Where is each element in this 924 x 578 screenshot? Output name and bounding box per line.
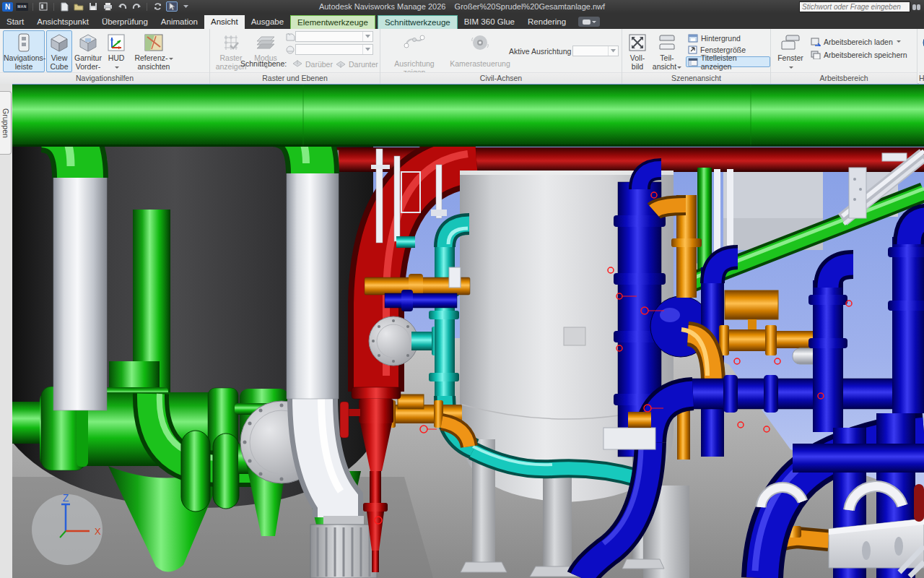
arbeitsbereich-speichern-button[interactable]: Arbeitsbereich speichern (808, 49, 910, 60)
chevron-down-icon (362, 45, 372, 54)
tab-animation[interactable]: Animation (154, 15, 204, 29)
app-manage-badge: MAN (16, 3, 28, 11)
search-input[interactable] (799, 1, 910, 12)
divider (147, 3, 147, 11)
hilfe-icon (921, 32, 924, 53)
referenzansichten-button[interactable]: Referenz-ansichten (131, 30, 176, 72)
schnittebene-label: Schnittebene: (240, 59, 287, 68)
fenster-icon (776, 32, 805, 53)
title-bar: N MAN Autodesk Navisworks Manage 2026 Gr… (0, 0, 924, 13)
fenstergroesse-icon (688, 46, 697, 54)
open-file-icon[interactable] (73, 1, 84, 12)
panel-civil-achsen: Ausrichtung zeigen Kamerasteuerung Aktiv… (380, 29, 622, 84)
hud-button[interactable]: HUD (104, 30, 128, 72)
panel-raster-ebenen: Rasteranzeigen Modus Schnittebene: Darüb… (210, 29, 380, 84)
scene-view-3d[interactable]: Z X (12, 84, 924, 578)
kamerasteuerung-button[interactable]: Kamerasteuerung (448, 30, 512, 72)
darueber-icon (293, 60, 302, 68)
tab-elementwerkzeuge[interactable]: Elementwerkzeuge (290, 15, 375, 29)
garnitur-button[interactable]: GarniturVorder- (74, 30, 103, 72)
hud-icon (105, 32, 128, 53)
titelleisten-anzeigen-button[interactable]: Titelleisten anzeigen (686, 56, 770, 67)
panel-title-civil-achsen[interactable]: Civil-Achsen (380, 72, 622, 84)
panel-szenenansicht: Voll-bild Teil-ansicht Hintergrund Fenst… (622, 29, 771, 84)
ausrichtung-zeigen-button[interactable]: Ausrichtung zeigen (383, 30, 446, 72)
tank-plate (564, 327, 585, 345)
tab-ansicht[interactable]: Ansicht (204, 15, 245, 29)
panel-title-raster-ebenen[interactable]: Raster und Ebenen (210, 72, 380, 84)
orange-valve-box (725, 290, 778, 319)
navigationsleiste-button[interactable]: Navigations-leiste (3, 30, 45, 72)
arbeitsbereich-speichern-icon (811, 51, 821, 59)
flange-disc (369, 316, 418, 366)
ebene-unten-combobox[interactable] (295, 44, 373, 55)
panel-title-hilfe-partial: H (919, 72, 924, 84)
gruppen-panel-tab[interactable]: Gruppen (0, 91, 12, 155)
button-label: Navigations- (4, 53, 45, 62)
vollbild-button[interactable]: Voll-bild (625, 30, 650, 72)
panel-hilfe-partial: H H (919, 29, 924, 84)
panel-title-arbeitsbereich[interactable]: Arbeitsbereich (771, 72, 917, 84)
tab-schnittwerkzeuge[interactable]: Schnittwerkzeuge (378, 15, 458, 29)
aktive-ausrichtung-combobox[interactable] (572, 46, 619, 56)
arbeitsbereich-laden-icon (811, 38, 821, 46)
tab-bim360glue[interactable]: BIM 360 Glue (458, 15, 521, 29)
titelleisten-icon (688, 58, 698, 66)
panel-navigationshilfen: Navigations-leiste ViewCube GarniturVord… (0, 29, 210, 84)
tab-ansichtspunkt[interactable]: Ansichtspunkt (30, 15, 95, 29)
tab-start[interactable]: Start (0, 15, 30, 29)
green-header-pipe[interactable] (12, 85, 924, 147)
hintergrund-button[interactable]: Hintergrund (686, 33, 743, 43)
modus-icon (251, 32, 280, 53)
tab-rendering[interactable]: Rendering (521, 15, 572, 29)
ribbon-display-toggle[interactable] (578, 17, 600, 27)
viewport-left-gutter (0, 84, 12, 578)
redo-icon[interactable] (131, 1, 142, 12)
navigationsleiste-icon (4, 32, 44, 53)
panel-arbeitsbereich: Fenster Arbeitsbereich laden Arbeitsbere… (771, 29, 918, 84)
tab-ausgabe[interactable]: Ausgabe (245, 15, 290, 29)
ribbon-tab-bar: Start Ansichtspunkt Überprüfung Animatio… (0, 13, 924, 29)
hintergrund-icon (688, 34, 698, 43)
navisworks-window: { "titlebar": { "app_badge": "N", "app_b… (0, 0, 924, 578)
ausrichtung-zeigen-icon (383, 32, 445, 53)
raster-icon (215, 32, 247, 53)
app-logo-icon[interactable]: N (2, 2, 13, 12)
hilfe-button[interactable]: H (920, 30, 924, 72)
garnitur-icon (74, 32, 102, 53)
qat-dropdown-icon[interactable] (180, 1, 192, 12)
chevron-down-icon (362, 32, 372, 41)
ribbon: Navigations-leiste ViewCube GarniturVord… (0, 29, 924, 84)
aktive-ausrichtung-label: Aktive Ausrichtung (509, 47, 571, 56)
x-axis-label: X (95, 526, 101, 537)
save-icon[interactable] (87, 1, 99, 12)
teilansicht-icon (652, 32, 682, 53)
search-binoculars-icon[interactable] (912, 4, 921, 10)
divider (32, 3, 33, 11)
teilansicht-button[interactable]: Teil-ansicht (651, 30, 683, 72)
panel-title-navigationshilfen[interactable]: Navigationshilfen (0, 72, 209, 84)
print-icon[interactable] (102, 1, 113, 12)
quick-access-toolbar: N MAN (0, 1, 192, 12)
darueber-button[interactable]: Darüber (291, 59, 335, 69)
divider (53, 3, 54, 11)
properties-icon[interactable] (38, 1, 49, 12)
darunter-button[interactable]: Darunter (334, 59, 380, 69)
undo-icon[interactable] (116, 1, 128, 12)
select-tool-icon[interactable] (166, 1, 178, 12)
refresh-icon[interactable] (152, 1, 163, 12)
fenster-button[interactable]: Fenster (775, 30, 806, 72)
darunter-icon (336, 60, 346, 68)
tab-ueberpruefung[interactable]: Überprüfung (95, 15, 154, 29)
tank-leg (543, 475, 572, 568)
viewcube-icon (47, 32, 71, 53)
chevron-down-icon (608, 46, 618, 56)
viewcube-button[interactable]: ViewCube (46, 30, 72, 72)
new-file-icon[interactable] (58, 1, 70, 12)
z-axis-label: Z (63, 492, 69, 504)
panel-title-szenenansicht[interactable]: Szenenansicht (622, 72, 770, 84)
arbeitsbereich-laden-button[interactable]: Arbeitsbereich laden (808, 36, 903, 47)
ebene-oben-combobox[interactable] (295, 31, 373, 42)
kamerasteuerung-icon (449, 32, 511, 53)
referenzansichten-icon (132, 32, 175, 53)
